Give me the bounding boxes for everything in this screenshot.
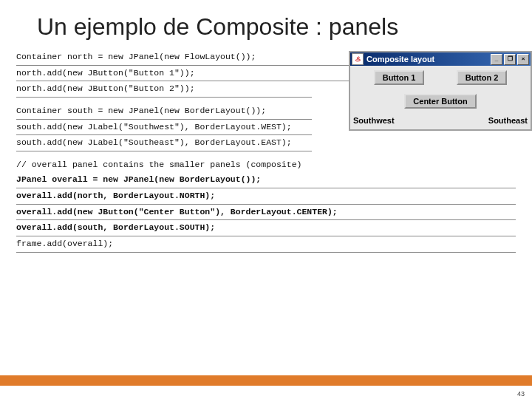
window-title: Composite layout bbox=[366, 55, 434, 64]
slide: Un ejemplo de Composite : panels Contain… bbox=[0, 0, 532, 399]
code-line: south.add(new JLabel("Southeast"), Borde… bbox=[16, 135, 312, 151]
spacer bbox=[16, 151, 516, 157]
label-southeast: Southeast bbox=[488, 116, 528, 125]
button-2[interactable]: Button 2 bbox=[457, 70, 508, 85]
slide-title: Un ejemplo de Composite : panels bbox=[0, 0, 532, 50]
code-line-comment: // overall panel contains the smaller pa… bbox=[16, 157, 516, 173]
north-panel: Button 1 Button 2 bbox=[350, 66, 531, 89]
code-line: Container south = new JPanel(new BorderL… bbox=[16, 103, 312, 120]
code-line: overall.add(new JButton("Center Button")… bbox=[16, 205, 516, 221]
maximize-icon[interactable]: ❐ bbox=[504, 54, 516, 65]
java-icon: ♨ bbox=[352, 53, 364, 65]
label-southwest: Southwest bbox=[353, 116, 395, 125]
code-line: overall.add(south, BorderLayout.SOUTH); bbox=[16, 220, 516, 236]
code-line: JPanel overall = new JPanel(new BorderLa… bbox=[16, 172, 516, 188]
center-panel: Center Button bbox=[350, 89, 531, 113]
south-panel: Southwest Southeast bbox=[350, 113, 531, 129]
button-1[interactable]: Button 1 bbox=[374, 70, 425, 85]
code-line: frame.add(overall); bbox=[16, 236, 516, 253]
footer-bar bbox=[0, 375, 532, 386]
page-number: 43 bbox=[517, 390, 525, 398]
window-body: Button 1 Button 2 Center Button Southwes… bbox=[350, 66, 531, 129]
code-line: north.add(new JButton("Button 2")); bbox=[16, 81, 312, 98]
minimize-icon[interactable]: _ bbox=[491, 54, 502, 65]
swing-window: ♨ Composite layout _ ❐ × Button 1 Button… bbox=[349, 51, 532, 131]
center-button[interactable]: Center Button bbox=[404, 94, 476, 109]
code-line: overall.add(north, BorderLayout.NORTH); bbox=[16, 188, 516, 205]
window-titlebar: ♨ Composite layout _ ❐ × bbox=[350, 52, 531, 66]
code-line: south.add(new JLabel("Southwest"), Borde… bbox=[16, 120, 312, 136]
close-icon[interactable]: × bbox=[517, 54, 529, 65]
content-area: Container north = new JPanel(new FlowLay… bbox=[0, 50, 532, 253]
